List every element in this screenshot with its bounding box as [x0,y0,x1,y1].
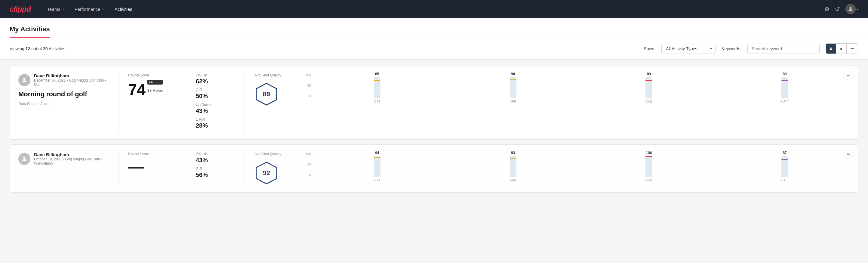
gir-value: 50% [196,93,235,99]
bar-value: 87 [783,151,786,155]
round-score-label: Round Score [128,152,176,156]
score-number: — [128,158,144,174]
bar-value: 89 [783,72,786,76]
teams-chevron-icon: ▾ [62,7,64,11]
fw-hit-value: 62% [196,78,235,85]
card-divider-2 [186,73,186,132]
view-toggle-compact[interactable]: ≡ [826,43,836,54]
search-input[interactable] [747,43,819,54]
nav-right: ⊕ ↺ ▾ [825,4,858,14]
bar-label: PUTT [780,99,789,103]
bar-outer [781,77,788,98]
updown-value: 43% [196,108,235,114]
nav-links: Teams ▾ Performance ▾ Activities [43,4,812,14]
keywords-label: Keywords: [721,46,741,51]
bar-value: 90 [511,72,515,76]
compact-view-icon: ≡ [830,46,832,51]
card-stats-section: FW Hit 43% GIR 56% [196,152,235,181]
svg-point-1 [23,78,25,80]
hexagon-value: 92 [263,169,270,177]
card-stats-section: FW Hit 62% GIR 50% Up/Down 43% 1 Putt 28… [196,73,235,132]
card-date: December 05, 2021 - Gog Magog Golf Club … [34,78,108,87]
bar-value: 106 [646,151,652,155]
bar-outer [374,156,380,177]
bar-label: OTT [374,178,380,182]
avatar [18,153,30,165]
bar-value: 93 [511,151,515,155]
svg-point-0 [850,7,852,9]
bar-group: 89 PUTT [720,72,850,103]
bar-chart-yaxis: 100 50 0 [300,73,311,103]
y-label-50: 50 [300,163,311,166]
y-label-50: 50 [300,84,311,87]
card-date: October 16, 2021 - Gog Magog Golf Club -… [34,157,108,166]
bar-group: 85 OTT [312,72,442,103]
bar-label: APP [510,178,517,182]
gir-label: GIR [196,167,235,171]
bar-group: 87 PUTT [720,151,850,182]
bar-value: 94 [375,151,379,155]
card-user-info: Dave Billingham December 05, 2021 - Gog … [34,73,108,87]
card-chart-section: 100 50 0 94 OTT 93 APP [300,152,850,182]
nav-teams[interactable]: Teams ▾ [43,4,68,14]
bar-label: APP [510,99,517,103]
fw-hit-label: FW Hit [196,152,235,156]
hexagon-wrap: 89 [254,82,279,106]
svg-point-3 [23,156,25,158]
view-toggle-grid[interactable]: ∎ [836,43,847,54]
hexagon: 89 [254,82,279,106]
bar-group: 106 ARG [584,151,714,182]
card-divider [118,73,119,132]
card-quality-section: Avg Shot Quality 89 [254,73,290,106]
bar-outer [374,77,380,98]
fw-hit-stat: FW Hit 62% [196,73,235,85]
avg-shot-label: Avg Shot Quality [254,73,281,77]
bar-label: OTT [374,99,380,103]
card-left: Dave Billingham December 05, 2021 - Gog … [18,73,108,106]
bar-outer [645,156,652,177]
oneputt-label: 1 Putt [196,117,235,122]
bar-chart: 100 50 0 85 OTT 90 APP [300,73,850,103]
user-avatar-wrap[interactable]: ▾ [845,4,858,14]
card-quality-section: Avg Shot Quality 92 [254,152,290,185]
detail-view-icon: ☰ [850,46,855,51]
bar-label: ARG [645,178,652,182]
bar-chart: 100 50 0 94 OTT 93 APP [300,152,850,182]
activity-card: ✏ Dave Billingham October 16, 2021 - Gog… [10,144,858,193]
card-user-info: Dave Billingham October 16, 2021 - Gog M… [34,152,108,166]
card-score-section: Round Score 74 +4 18 Holes [128,73,176,97]
y-label-100: 100 [300,152,311,155]
performance-chevron-icon: ▾ [102,7,104,11]
activity-type-select[interactable]: All Activity Types Round Practice [661,43,715,54]
refresh-icon[interactable]: ↺ [835,5,840,12]
filter-bar: Viewing 12 out of 29 Activities Show: Al… [0,38,868,60]
nav-activities[interactable]: Activities [111,4,136,14]
nav-performance[interactable]: Performance ▾ [70,4,108,14]
fw-hit-label: FW Hit [196,73,235,77]
hexagon: 92 [254,161,279,185]
gir-value: 56% [196,172,235,178]
y-label-0: 0 [300,173,311,177]
score-main: 74 +4 18 Holes [128,80,176,97]
gir-stat: GIR 50% [196,88,235,99]
avatar [845,4,856,14]
bar-label: PUTT [780,178,789,182]
add-icon[interactable]: ⊕ [825,5,830,12]
logo: clippd [10,4,31,14]
show-label: Show: [644,46,655,51]
fw-hit-value: 43% [196,157,235,164]
card-user: Dave Billingham October 16, 2021 - Gog M… [18,152,108,166]
bar-outer [510,77,517,98]
card-title: Morning round of golf [18,90,108,98]
card-divider-2 [186,152,186,185]
y-label-100: 100 [300,73,311,77]
bar-group: 90 APP [448,72,578,103]
card-divider-3 [245,152,245,185]
view-toggle-detail[interactable]: ☰ [847,43,858,54]
avatar [18,74,30,86]
grid-view-icon: ∎ [840,46,843,51]
activities-container: ✏ Dave Billingham December 05, 2021 - Go… [0,60,868,199]
bar-group: 93 APP [448,151,578,182]
gir-label: GIR [196,88,235,92]
bar-group: 94 OTT [312,151,442,182]
